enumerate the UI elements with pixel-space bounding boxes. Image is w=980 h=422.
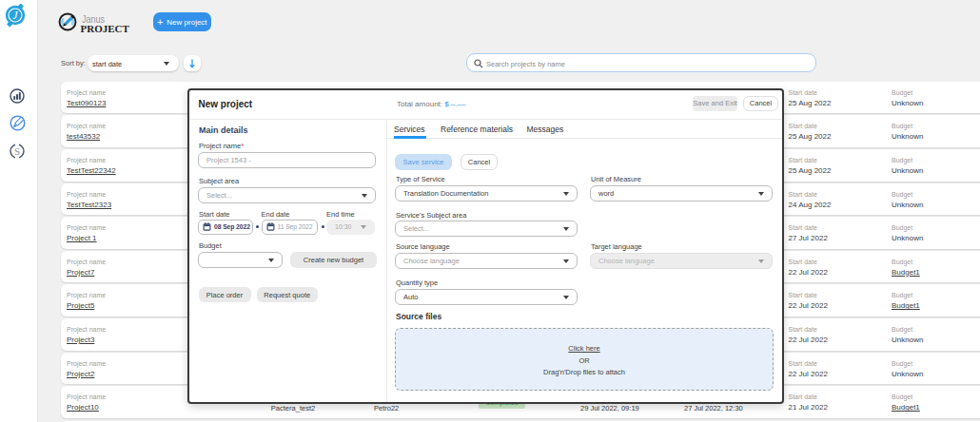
svg-text:S: S — [14, 145, 20, 157]
svg-text:J: J — [12, 9, 18, 22]
